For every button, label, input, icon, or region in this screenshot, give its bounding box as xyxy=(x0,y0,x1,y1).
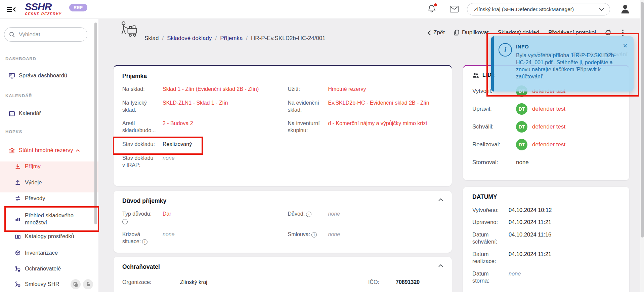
ico-value: 70891320 xyxy=(396,279,420,285)
back-button[interactable]: Zpět xyxy=(428,29,445,36)
top-bar: SSHR ČESKÉ REZERVY REF Zlínský kraj (SHR… xyxy=(0,0,644,19)
more-options-kebab-icon[interactable] xyxy=(620,29,626,37)
app-root: SSHR ČESKÉ REZERVY REF Zlínský kraj (SHR… xyxy=(0,0,644,292)
info-circle-icon: i xyxy=(499,43,512,57)
stock-document-button[interactable]: Skladový doklad xyxy=(498,29,539,36)
bar-chart-icon xyxy=(15,216,21,222)
user-link[interactable]: defender test xyxy=(532,123,565,130)
organizace-value: Zlínský kraj xyxy=(180,279,368,285)
field-smlouva: Smlouva:i none xyxy=(288,231,443,245)
notifications-bell-icon[interactable] xyxy=(427,4,437,14)
toast-close-icon[interactable]: ✕ xyxy=(623,42,628,49)
sidebar-item-katalogy-prostredku[interactable]: Katalogy prostředků xyxy=(0,230,98,243)
fab-copy-button[interactable] xyxy=(71,279,81,289)
sidebar-item-kalendar[interactable]: Kalendář xyxy=(0,107,98,120)
prijemka-fields: Na sklad: Sklad 1 - Zlín (Evidenční skla… xyxy=(122,86,443,169)
lide-row-upravil: Upravil: DT defender test xyxy=(472,103,620,115)
field-value-link[interactable]: d - Komerční nájmy a výpůjčky mimo krizi xyxy=(328,120,427,127)
page-scrollbar-thumb[interactable] xyxy=(641,2,644,238)
sidebar-item-prehled-skladoveho-mnozstvi[interactable]: Přehled skladového množství xyxy=(0,212,98,226)
datumy-row-datum-storna: Datum storna: none xyxy=(472,270,620,285)
breadcrumb-sklad[interactable]: Sklad xyxy=(144,35,159,42)
datumy-row-upraveno: Upraveno: 04.10.2024 11:21 xyxy=(472,219,620,226)
empty-value: none xyxy=(163,155,175,162)
sidebar-item-prevody[interactable]: Převody xyxy=(0,192,98,205)
field-stav-dokladu-irap: Stav dokladu v IRAP: none xyxy=(122,155,278,169)
empty-value: none xyxy=(328,231,340,238)
info-icon[interactable]: i xyxy=(311,232,317,238)
role-context-value: Zlínský kraj (SHR.Defender.StockManager) xyxy=(474,6,599,12)
field-value-link[interactable]: 2 - Budova 2 xyxy=(163,120,193,127)
handover-protocol-button[interactable]: Předávací protokol xyxy=(548,29,596,36)
card-datumy: DATUMY Vytvořeno: 04.10.2024 10:12 Uprav… xyxy=(463,187,629,292)
receipt-porter-icon xyxy=(118,21,140,39)
info-toast: i INFO Byla vytvořena příloha 'HR-P-Ev.S… xyxy=(491,36,634,92)
fab-unlock-button[interactable] xyxy=(83,279,93,289)
user-avatar[interactable] xyxy=(619,3,631,15)
search-input[interactable] xyxy=(18,31,80,38)
empty-value: none xyxy=(328,211,340,218)
sidebar-item-sprava-dashboardu[interactable]: Správa dashboardů xyxy=(0,69,98,82)
field-typ-duvodu: Typ důvodu:i Dar xyxy=(122,211,278,224)
breadcrumb-document-number: HR-P-Ev.SKLD2b-HC-24/001 xyxy=(251,35,326,42)
breadcrumb-skladove-doklady[interactable]: Skladové doklady xyxy=(167,35,212,42)
field-uziti: Užití: Hmotné rezervy xyxy=(288,86,443,93)
refresh-button[interactable] xyxy=(605,30,611,36)
field-value-link[interactable]: Hmotné rezervy xyxy=(328,86,366,93)
card-title: Důvod příjemky xyxy=(122,197,443,205)
lide-row-schvalil: Schválil: DT defender test xyxy=(472,121,620,133)
sidebar-item-vydeje[interactable]: Výdeje xyxy=(0,176,98,189)
empty-value: none xyxy=(163,231,175,238)
info-icon[interactable]: i xyxy=(142,239,147,245)
unlock-icon xyxy=(86,282,91,287)
copy-icon xyxy=(73,282,78,287)
field-areal-skladu: Areál skladu/budo... 2 - Budova 2 xyxy=(122,120,278,134)
field-value-link[interactable]: Dar xyxy=(163,211,171,218)
sidebar-item-inventarizace[interactable]: Inventarizace xyxy=(0,246,98,260)
chevron-up-icon xyxy=(76,149,80,152)
empty-value: none xyxy=(509,270,521,277)
card-ochranovatel: Ochraňovatel Organizace: Zlínský kraj IČ… xyxy=(114,257,452,292)
toast-title: INFO xyxy=(516,44,529,50)
collapse-chevron-icon[interactable] xyxy=(438,198,443,201)
collapse-sidebar-icon[interactable] xyxy=(6,4,17,14)
transfer-icon xyxy=(15,195,21,202)
contract-cart-icon xyxy=(15,281,21,288)
breadcrumb-prijemka[interactable]: Příjemka xyxy=(220,35,243,42)
user-initials-avatar: DT xyxy=(516,121,527,133)
sidebar-item-prijmy[interactable]: Příjmy xyxy=(0,160,98,173)
info-icon[interactable]: i xyxy=(122,219,128,224)
field-value-link[interactable]: SKLD-ZLN1 - Sklad 1 - Zlín xyxy=(163,100,228,107)
card-title: DATUMY xyxy=(472,193,620,200)
sidebar-item-statni-hmotne-rezervy[interactable]: Státní hmotné rezervy xyxy=(0,144,98,157)
page-scrollbar-track xyxy=(640,0,644,292)
chevron-down-icon xyxy=(599,8,604,11)
collapse-chevron-icon[interactable] xyxy=(438,264,443,267)
dashboard-icon xyxy=(9,73,15,79)
sidebar-search[interactable] xyxy=(4,27,87,42)
environment-badge: REF xyxy=(69,4,87,11)
info-icon[interactable]: i xyxy=(306,212,311,217)
field-na-sklad: Na sklad: Sklad 1 - Zlín (Evidenční skla… xyxy=(122,86,278,93)
people-icon xyxy=(472,72,479,78)
duplicate-button[interactable]: Duplikovat xyxy=(454,29,488,36)
user-initials-avatar: DT xyxy=(516,103,527,115)
field-value-link[interactable]: Sklad 1 - Zlín (Evidenční sklad 2B - Zlí… xyxy=(163,86,259,93)
user-link[interactable]: defender test xyxy=(532,106,565,112)
chevron-left-icon xyxy=(428,30,431,35)
messages-mail-icon[interactable] xyxy=(449,5,459,13)
toast-message: Byla vytvořena příloha 'HR-P-Ev.SKLD2b-H… xyxy=(516,52,619,80)
sshr-logo-text: SSHR xyxy=(25,2,62,12)
sidebar-item-ochranovatele[interactable]: Ochraňovatelé xyxy=(0,262,98,276)
organizace-label: Organizace: xyxy=(122,279,180,285)
sshr-logo[interactable]: SSHR ČESKÉ REZERVY xyxy=(25,2,62,16)
ochranovatel-row: Organizace: Zlínský kraj IČO: 70891320 xyxy=(122,279,443,285)
user-initials-avatar: DT xyxy=(516,139,527,150)
card-title: Ochraňovatel xyxy=(122,263,443,270)
sshr-logo-subtext: ČESKÉ REZERVY xyxy=(25,12,62,16)
role-context-select[interactable]: Zlínský kraj (SHR.Defender.StockManager) xyxy=(467,3,610,15)
user-link[interactable]: defender test xyxy=(532,141,565,148)
field-value-link[interactable]: Ev.SKLD2b-HC - Evidenční sklad 2B - Zlín xyxy=(328,100,429,107)
lide-row-stornoval: Stornoval: none xyxy=(472,157,620,168)
bank-icon xyxy=(9,147,15,154)
